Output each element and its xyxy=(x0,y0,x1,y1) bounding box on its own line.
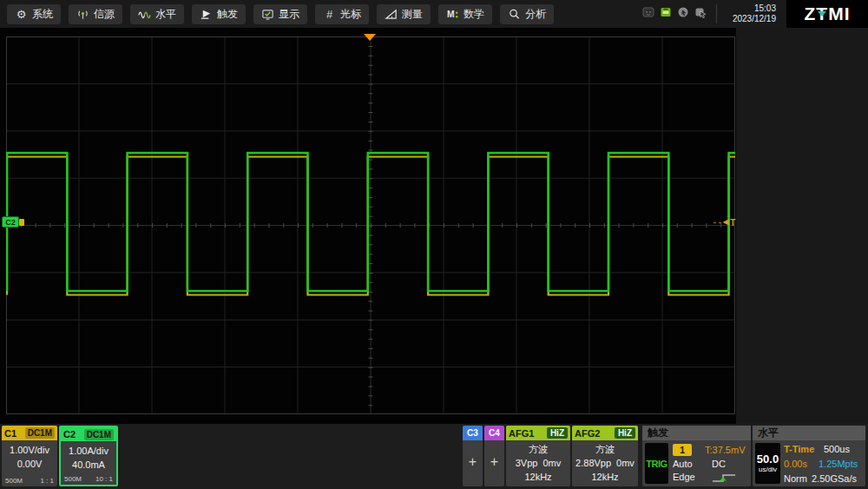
channel-c3-add-button[interactable]: + xyxy=(463,440,483,484)
channel-c1-probe-ratio: 1 : 1 xyxy=(40,477,54,485)
channel-c1-box[interactable]: C1 DC1M 1.00V/div 0.00V 500M 1 : 1 xyxy=(2,426,57,486)
channel-c1-offset: 0.00V xyxy=(2,457,57,471)
trigger-source-box: TRIG xyxy=(645,443,668,484)
horizontal-wave-icon xyxy=(138,8,151,21)
channel-c4-header: C4 xyxy=(484,426,504,440)
menu-source-label: 信源 xyxy=(94,7,115,22)
menu-source-button[interactable]: 信源 xyxy=(69,4,122,24)
menu-trigger-label: 触发 xyxy=(217,7,238,22)
trigger-panel[interactable]: 触发 TRIG 1 T:37.5mV Auto DC Edge xyxy=(642,426,751,486)
afg1-id: AFG1 xyxy=(509,428,534,439)
menu-system-label: 系统 xyxy=(32,7,53,22)
channel-c1-coupling-badge: DC1M xyxy=(25,427,55,439)
menu-display-button[interactable]: 显示 xyxy=(253,4,307,24)
afg1-waveform-type: 方波 xyxy=(506,442,570,456)
c2-ground-marker[interactable]: C2 xyxy=(2,216,19,228)
trigger-coupling: DC xyxy=(712,459,726,469)
afg1-frequency: 12kHz xyxy=(506,470,570,484)
measure-triangle-icon xyxy=(385,8,398,21)
menu-horizontal-button[interactable]: 水平 xyxy=(130,4,184,24)
mouse-icon[interactable] xyxy=(676,5,690,23)
source-icon xyxy=(76,8,89,21)
channel-c2-id: C2 xyxy=(63,429,76,439)
acquisition-mode: Norm xyxy=(784,473,807,484)
channel-c4-id: C4 xyxy=(489,428,500,438)
afg2-settings: 方波 2.88Vpp 0mv 12kHz xyxy=(572,440,638,484)
afg2-box[interactable]: AFG2 HiZ 方波 2.88Vpp 0mv 12kHz xyxy=(572,426,638,486)
channel-c2-header: C2 DC1M xyxy=(61,427,116,441)
channel-c2-offset: 40.0mA xyxy=(61,458,116,472)
graticule xyxy=(6,36,735,414)
menu-cursor-button[interactable]: # 光标 xyxy=(315,4,369,24)
t-time-value: 500us xyxy=(824,444,850,454)
menu-cursor-label: 光标 xyxy=(340,7,361,22)
trigger-flag-icon xyxy=(200,8,213,21)
afg1-offset: 0mv xyxy=(542,456,561,470)
trigger-level-label: T xyxy=(730,218,735,228)
trigger-position-marker[interactable] xyxy=(364,34,376,41)
channel-c1-bandwidth: 500M xyxy=(5,477,23,485)
menu-horizontal-label: 水平 xyxy=(155,7,176,22)
channel-c1-id: C1 xyxy=(4,428,16,439)
afg2-id: AFG2 xyxy=(575,428,600,439)
time-display: 15:03 xyxy=(726,3,776,15)
menu-system-button[interactable]: ⚙ 系统 xyxy=(7,4,61,24)
channel-c2-settings: 1.00A/div 40.0mA xyxy=(61,441,116,472)
timebase-box: 50.0 us/div xyxy=(755,443,780,484)
waveform-stage: C2 ◀ T xyxy=(0,28,868,424)
channel-c2-box[interactable]: C2 DC1M 1.00A/div 40.0mA 500M 10 : 1 xyxy=(59,426,118,486)
channel-c2-footer: 500M 10 : 1 xyxy=(61,475,116,483)
trigger-level-dash xyxy=(713,222,721,223)
brand-logo: ZTMI xyxy=(805,3,851,24)
trigger-panel-title: 触发 xyxy=(642,426,751,440)
touch-icon[interactable] xyxy=(694,5,707,23)
trigger-channel-badge: 1 xyxy=(673,444,692,456)
horizontal-panel-title: 水平 xyxy=(753,426,865,440)
clock[interactable]: 15:03 2023/12/19 xyxy=(726,3,776,25)
t-time-label: T-Time xyxy=(784,444,814,454)
trigger-level-value: T:37.5mV xyxy=(705,445,745,455)
afg1-header: AFG1 HiZ xyxy=(506,426,570,440)
trigger-source-label: TRIG xyxy=(646,459,667,469)
topbar-right-cluster: 15:03 2023/12/19 ZTMI xyxy=(641,0,868,28)
oscilloscope-app: ⚙ 系统 信源 水平 触发 xyxy=(0,0,868,489)
menu-display-label: 显示 xyxy=(279,7,299,22)
screen-icon[interactable] xyxy=(641,5,655,23)
channel-c1-settings: 1.00V/div 0.00V xyxy=(2,440,57,471)
menu-measure-button[interactable]: 测量 xyxy=(377,4,431,24)
channel-c1-header: C1 DC1M xyxy=(2,426,57,440)
afg2-offset: 0mv xyxy=(616,456,635,470)
menu-trigger-button[interactable]: 触发 xyxy=(192,4,246,24)
menu-analyze-label: 分析 xyxy=(525,7,546,22)
menu-math-label: 数学 xyxy=(464,7,484,22)
channel-c1-scale: 1.00V/div xyxy=(2,443,57,457)
afg2-amplitude: 2.88Vpp xyxy=(575,456,611,470)
channel-c2-bandwidth: 500M xyxy=(64,475,82,483)
status-icons xyxy=(641,5,707,23)
waveform-plot xyxy=(6,36,735,414)
menu-measure-label: 测量 xyxy=(402,7,423,22)
channel-c1-footer: 500M 1 : 1 xyxy=(2,477,57,485)
brand-logo-box: ZTMI xyxy=(786,0,868,28)
display-check-icon xyxy=(261,8,274,21)
usb-storage-icon[interactable] xyxy=(659,5,673,23)
channel-c3-header: C3 xyxy=(463,426,483,440)
trigger-level-marker[interactable]: ◀ T xyxy=(713,217,735,228)
menu-math-button[interactable]: M 数学 xyxy=(438,4,492,24)
trigger-sweep-mode: Auto xyxy=(673,459,693,469)
channel-c2-probe-ratio: 10 : 1 xyxy=(95,475,113,483)
channel-c4-box[interactable]: C4 + xyxy=(484,426,504,486)
channel-c4-add-button[interactable]: + xyxy=(484,440,504,484)
right-side-panel xyxy=(736,28,868,424)
svg-text:M: M xyxy=(447,10,455,19)
afg1-settings: 方波 3Vpp 0mv 12kHz xyxy=(506,440,570,484)
afg1-impedance-badge: HiZ xyxy=(547,427,568,439)
channel-c3-box[interactable]: C3 + xyxy=(463,426,483,486)
trigger-type: Edge xyxy=(673,472,695,482)
sample-rate: 2.50GSa/s xyxy=(812,473,857,484)
c1-ground-marker[interactable] xyxy=(19,219,24,226)
afg1-box[interactable]: AFG1 HiZ 方波 3Vpp 0mv 12kHz xyxy=(506,426,570,486)
horizontal-panel[interactable]: 水平 50.0 us/div T-Time 500us 0.00s 1.25Mp… xyxy=(753,426,865,486)
menu-analyze-button[interactable]: 分析 xyxy=(500,4,554,24)
analyze-magnifier-icon xyxy=(508,8,521,21)
